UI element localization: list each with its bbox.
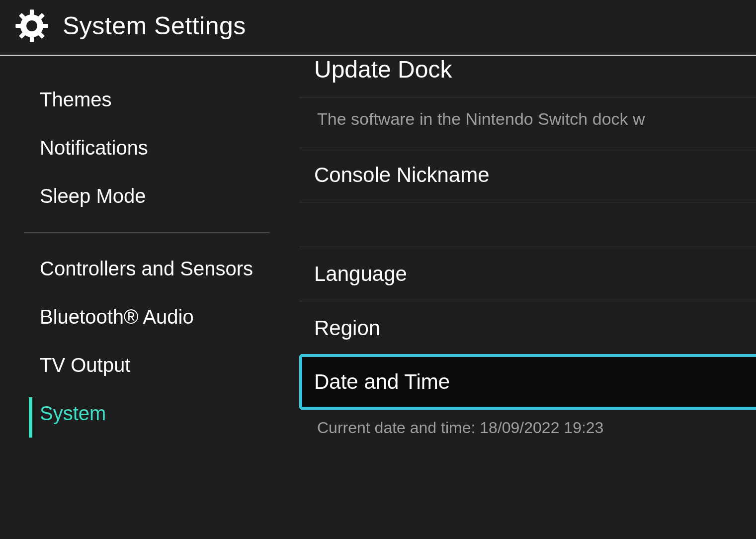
option-update-dock[interactable]: Update Dock [299, 56, 756, 97]
sidebar: Themes Notifications Sleep Mode Controll… [0, 56, 293, 539]
gear-icon [15, 9, 49, 43]
header: System Settings [0, 0, 756, 56]
option-language[interactable]: Language [299, 247, 756, 301]
svg-rect-1 [30, 9, 34, 16]
sidebar-item-tv-output[interactable]: TV Output [0, 341, 293, 389]
sidebar-item-controllers-sensors[interactable]: Controllers and Sensors [0, 245, 293, 293]
sidebar-item-bluetooth-audio[interactable]: Bluetooth® Audio [0, 293, 293, 341]
spacer [299, 202, 756, 247]
svg-rect-2 [30, 35, 34, 42]
option-date-and-time-sub: Current date and time: 18/09/2022 19:23 [299, 410, 756, 437]
svg-rect-3 [15, 24, 22, 28]
option-update-dock-desc: The software in the Nintendo Switch dock… [299, 97, 756, 148]
option-region[interactable]: Region [299, 301, 756, 355]
sidebar-item-sleep-mode[interactable]: Sleep Mode [0, 172, 293, 220]
option-date-and-time[interactable]: Date and Time [299, 354, 756, 410]
main-panel: Update Dock The software in the Nintendo… [293, 56, 756, 539]
content: Themes Notifications Sleep Mode Controll… [0, 56, 756, 539]
option-console-nickname[interactable]: Console Nickname [299, 148, 756, 202]
svg-point-9 [26, 20, 37, 31]
svg-rect-4 [41, 24, 48, 28]
sidebar-item-notifications[interactable]: Notifications [0, 124, 293, 172]
sidebar-item-system[interactable]: System [0, 389, 293, 438]
page-title: System Settings [63, 11, 246, 40]
sidebar-item-themes[interactable]: Themes [0, 76, 293, 124]
sidebar-divider [24, 232, 269, 233]
